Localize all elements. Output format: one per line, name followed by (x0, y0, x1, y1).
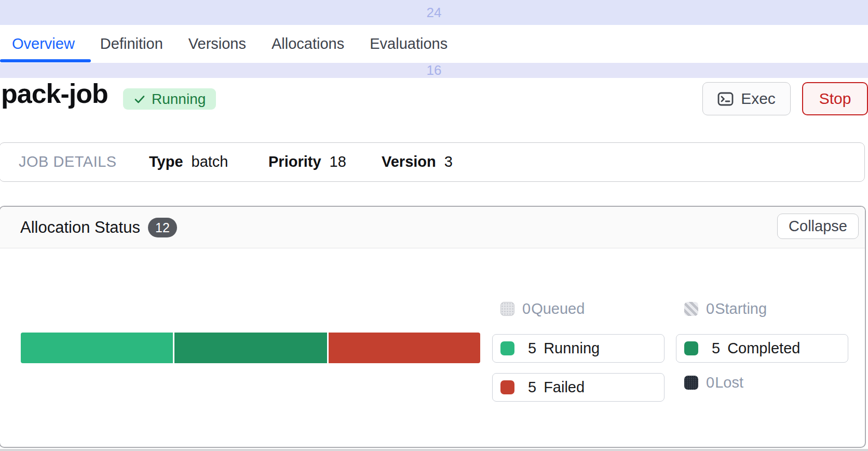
spacing-value-top: 24 (415, 5, 453, 21)
spacing-annotation-bar-middle: 16 (0, 63, 868, 78)
legend-item-starting: 0 Starting (676, 299, 848, 318)
starting-swatch-icon (684, 302, 698, 316)
legend-item-failed[interactable]: 5 Failed (492, 373, 664, 402)
legend-completed-label: Completed (727, 340, 800, 357)
tab-definition[interactable]: Definition (100, 35, 163, 52)
legend-item-running[interactable]: 5 Running (492, 334, 664, 363)
status-badge: Running (123, 88, 216, 110)
job-detail-priority-label: Priority (268, 153, 321, 170)
job-detail-type-value: batch (192, 153, 228, 170)
exec-button[interactable]: Exec (702, 82, 791, 115)
legend-queued-count: 0 (522, 300, 531, 317)
job-detail-priority: Priority 18 (268, 143, 346, 181)
job-detail-version-value: 3 (444, 153, 453, 170)
job-detail-type: Type batch (149, 143, 228, 181)
legend-starting-label: Starting (715, 300, 767, 317)
legend-item-completed[interactable]: 5 Completed (676, 334, 848, 363)
allocation-count-badge: 12 (148, 218, 177, 237)
bar-segment-completed[interactable] (174, 333, 327, 363)
completed-swatch-icon (684, 341, 698, 355)
tab-versions[interactable]: Versions (188, 35, 246, 52)
check-icon (133, 93, 146, 105)
bar-segment-running[interactable] (21, 333, 173, 363)
job-details-panel: JOB DETAILS Type batch Priority 18 Versi… (0, 142, 865, 182)
legend-item-queued: 0 Queued (492, 299, 664, 318)
job-detail-version: Version 3 (382, 143, 453, 181)
tab-evaluations[interactable]: Evaluations (370, 35, 447, 52)
collapse-button[interactable]: Collapse (777, 214, 859, 239)
job-detail-priority-value: 18 (330, 153, 346, 170)
job-detail-type-label: Type (149, 153, 183, 170)
status-badge-label: Running (152, 91, 206, 108)
terminal-icon (717, 92, 734, 106)
allocation-status-title: Allocation Status (20, 207, 140, 248)
allocation-stacked-bar (21, 333, 480, 363)
failed-swatch-icon (500, 380, 514, 394)
legend-item-lost: 0 Lost (676, 373, 848, 392)
spacing-annotation-bar-top: 24 (0, 0, 868, 25)
legend-running-count: 5 (528, 340, 536, 357)
legend-lost-count: 0 (706, 374, 714, 391)
page-bottom-divider (0, 449, 868, 451)
allocation-status-header: Allocation Status 12 Collapse (0, 207, 865, 248)
nomad-job-overview-page: 24 Overview Definition Versions Allocati… (0, 0, 868, 451)
legend-queued-label: Queued (531, 300, 585, 317)
legend-failed-label: Failed (544, 379, 585, 396)
legend-failed-count: 5 (528, 379, 536, 396)
queued-swatch-icon (500, 302, 514, 316)
job-detail-version-label: Version (382, 153, 436, 170)
job-tab-bar: Overview Definition Versions Allocations… (0, 25, 868, 63)
lost-swatch-icon (684, 376, 698, 390)
running-swatch-icon (500, 341, 514, 355)
stop-button[interactable]: Stop (802, 82, 868, 115)
allocation-status-panel: Allocation Status 12 Collapse (0, 206, 866, 448)
job-details-heading: JOB DETAILS (19, 143, 117, 181)
legend-lost-label: Lost (715, 374, 743, 391)
legend-running-label: Running (544, 340, 600, 357)
bar-segment-failed[interactable] (329, 333, 480, 363)
spacing-value-middle: 16 (415, 62, 453, 78)
tab-overview[interactable]: Overview (12, 35, 75, 52)
page-title: pack-job (1, 77, 108, 111)
legend-completed-count: 5 (712, 340, 720, 357)
exec-button-label: Exec (741, 90, 776, 108)
legend-starting-count: 0 (706, 300, 714, 317)
tab-allocations[interactable]: Allocations (272, 35, 344, 52)
stop-button-label: Stop (819, 90, 851, 108)
active-tab-indicator (0, 59, 91, 62)
